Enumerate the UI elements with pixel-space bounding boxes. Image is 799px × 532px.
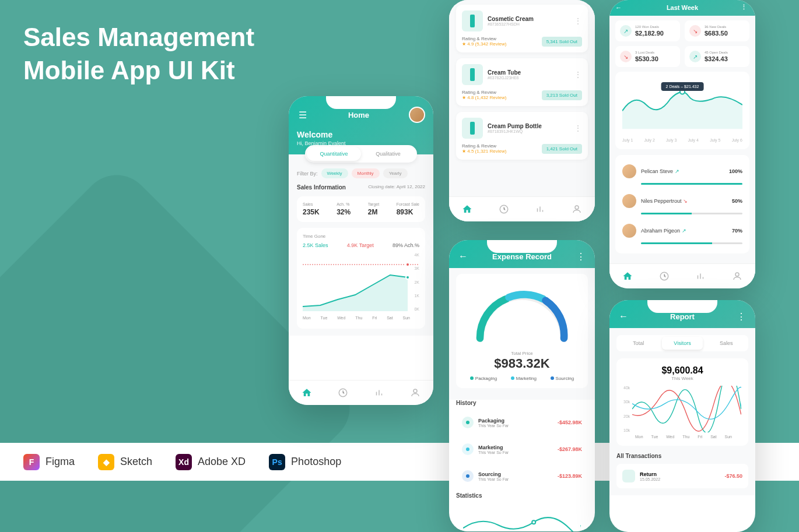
history-value: -$123.89K	[558, 473, 582, 479]
deal-value: $324.43	[705, 55, 728, 62]
person-row[interactable]: Niles Peppertrout ↘50%	[620, 189, 745, 213]
tab-visitors[interactable]: Visitors	[662, 337, 702, 350]
gauge-value: $983.32K	[463, 356, 581, 371]
history-item[interactable]: MarketingThis Year So Far-$267.98K	[456, 438, 588, 461]
nav-stats-icon[interactable]	[535, 204, 545, 214]
history-value: -$267.98K	[558, 446, 582, 452]
deal-card[interactable]: ↘36 New Deals$683.50	[685, 20, 749, 41]
product-menu-icon[interactable]: ⋮	[574, 124, 582, 133]
statistics-title: Statistics	[456, 492, 588, 499]
tool-figma: FFigma	[23, 454, 75, 470]
person-avatar	[622, 224, 636, 238]
person-name: Pelican Steve ↗	[641, 168, 724, 174]
product-name: Cosmetic Cream	[488, 16, 534, 22]
bottom-nav	[289, 380, 433, 405]
product-name: Cream Tube	[488, 69, 521, 76]
chip-monthly[interactable]: Monthly	[352, 168, 380, 178]
history-value: -$452.98K	[558, 420, 582, 425]
tool-sketch: ◆Sketch	[98, 454, 152, 470]
product-name: Cream Pump Bottle	[488, 123, 542, 129]
back-icon[interactable]: ←	[457, 251, 469, 262]
person-row[interactable]: Abraham Pigeon ↗70%	[620, 219, 745, 242]
progress-bar	[641, 242, 742, 244]
trend-up-icon: ↗	[620, 25, 632, 37]
svg-point-1	[406, 276, 409, 279]
tool-ps: PsPhotoshop	[269, 454, 341, 470]
product-sku: #8718391JHK1WQ	[488, 129, 542, 133]
deal-label: 45 Open Deals	[705, 51, 728, 54]
deal-card[interactable]: ↗45 Open Deals$324.43	[685, 46, 749, 67]
ps-icon: Ps	[269, 454, 285, 470]
person-percent: 100%	[729, 168, 742, 174]
product-menu-icon[interactable]: ⋮	[574, 16, 582, 26]
nav-home-icon[interactable]	[622, 271, 633, 281]
deal-value: $2,182.90	[635, 30, 664, 37]
history-item[interactable]: SourcingThis Year So Far-$123.89K	[456, 464, 588, 488]
chip-yearly[interactable]: Yearly	[383, 168, 408, 178]
product-sku: #63782GJ23HE6	[488, 76, 521, 80]
deal-value: $683.50	[705, 30, 728, 37]
avatar[interactable]	[409, 107, 425, 123]
back-icon[interactable]: ←	[618, 311, 629, 322]
stats-mini-chart	[463, 510, 581, 531]
time-section: Time Gone 2.5K Sales 4.9K Target 89% Ach…	[297, 228, 425, 329]
headline-line1: Sales Management	[23, 20, 254, 54]
menu-icon[interactable]: ☰	[297, 109, 309, 121]
filter-row: Filter By: Weekly Monthly Yearly	[297, 168, 425, 178]
history-dot-icon	[462, 443, 474, 455]
nav-clock-icon[interactable]	[499, 204, 509, 214]
person-row[interactable]: Pelican Steve ↗100%	[620, 160, 745, 183]
person-percent: 70%	[732, 228, 742, 234]
nav-profile-icon[interactable]	[572, 204, 582, 214]
progress-bar	[641, 183, 742, 185]
xd-icon: Xd	[176, 454, 192, 470]
nav-stats-icon[interactable]	[695, 271, 706, 281]
nav-clock-icon[interactable]	[338, 387, 348, 398]
tab-quantitative[interactable]: Quantitative	[307, 147, 361, 161]
chart-tooltip: 2 Deals – $21.432	[661, 82, 704, 91]
nav-home-icon[interactable]	[462, 204, 472, 214]
product-card[interactable]: Cream Pump Bottle#8718391JHK1WQ⋮Rating &…	[456, 112, 588, 160]
svg-point-7	[532, 520, 535, 524]
stats-grid: Sales235K Ach. %32% Target2M Forcast Sal…	[297, 196, 425, 222]
history-name: Packaging	[478, 418, 509, 424]
dots-icon[interactable]: ⋮	[735, 311, 747, 322]
history-sublabel: This Year So Far	[478, 450, 509, 455]
transaction-item[interactable]: Return15.05.2022 -$76.50	[616, 464, 748, 488]
history-sublabel: This Year So Far	[478, 477, 509, 481]
welcome-text: Welcome	[297, 130, 425, 139]
phone-lastweek: ←Last Week⋮ ↗120 Won Deals$2,182.90↘36 N…	[609, 0, 755, 288]
tab-total[interactable]: Total	[618, 337, 658, 350]
sales-info-title: Sales Information	[297, 184, 346, 191]
tab-qualitative[interactable]: Qualitative	[361, 147, 415, 161]
phone-home: ☰ Home Welcome Hi, Benjamin Evalent Quan…	[289, 96, 433, 405]
dots-icon[interactable]: ⋮	[738, 3, 749, 11]
history-item[interactable]: PackagingThis Year So Far-$452.98K	[456, 411, 588, 434]
rating-label: Rating & Review	[462, 90, 506, 95]
report-multi-line	[632, 386, 741, 432]
transaction-icon	[622, 470, 635, 482]
trend-down-icon: ↘	[689, 25, 701, 37]
svg-point-10	[735, 273, 739, 276]
home-title: Home	[309, 111, 409, 119]
nav-profile-icon[interactable]	[732, 271, 742, 281]
nav-stats-icon[interactable]	[374, 387, 384, 398]
product-image	[462, 64, 483, 85]
nav-home-icon[interactable]	[302, 387, 312, 398]
phone-report: ← Report ⋮ Total Visitors Sales $9,600.8…	[609, 300, 755, 532]
tab-sales[interactable]: Sales	[706, 337, 747, 350]
chip-weekly[interactable]: Weekly	[321, 168, 348, 178]
progress-bar	[641, 213, 742, 214]
phone-products: Cosmetic Cream#87365327HSDH⋮Rating & Rev…	[449, 0, 595, 221]
deal-card[interactable]: ↗120 Won Deals$2,182.90	[615, 20, 680, 41]
nav-clock-icon[interactable]	[659, 271, 670, 281]
sold-badge: 5,341 Sold Out	[542, 37, 582, 47]
closing-date: Closing date: April 12, 2022	[368, 184, 425, 191]
dots-icon[interactable]: ⋮	[575, 251, 587, 262]
deal-card[interactable]: ↘3 Lost Deals$530.30	[615, 46, 680, 67]
nav-profile-icon[interactable]	[410, 387, 420, 398]
product-card[interactable]: Cosmetic Cream#87365327HSDH⋮Rating & Rev…	[456, 5, 588, 52]
back-icon[interactable]: ←	[615, 4, 627, 11]
product-card[interactable]: Cream Tube#63782GJ23HE6⋮Rating & Review★…	[456, 58, 588, 106]
product-menu-icon[interactable]: ⋮	[574, 70, 582, 79]
